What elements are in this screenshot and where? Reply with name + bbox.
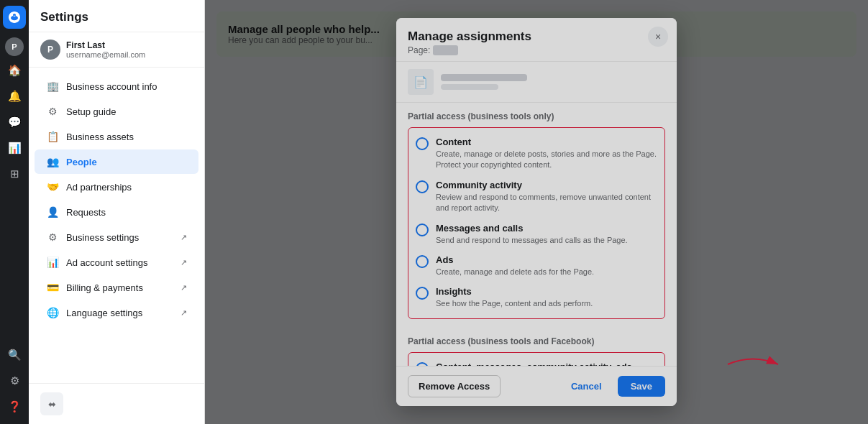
user-info: First Last username@email.com — [66, 40, 145, 59]
annotation-arrow — [724, 350, 782, 379]
grid-icon[interactable]: ⊞ — [3, 162, 26, 185]
radio-text-messages: Messages and calls Send and respond to m… — [436, 223, 657, 246]
sidebar-item-label: Language settings — [66, 308, 142, 318]
modal-close-button[interactable]: × — [648, 27, 668, 47]
sidebar-item-requests[interactable]: 👤 Requests — [35, 200, 198, 224]
radio-desc-community: Review and respond to comments, remove u… — [436, 192, 657, 214]
sidebar-item-people[interactable]: 👥 People — [35, 149, 198, 174]
home-icon[interactable]: 🏠 — [3, 59, 26, 82]
search-icon[interactable]: 🔍 — [3, 344, 26, 367]
chart-icon[interactable]: 📊 — [3, 137, 26, 160]
sidebar-item-label: Business assets — [66, 132, 134, 142]
sidebar-item-business-settings[interactable]: ⚙ Business settings ↗ — [35, 225, 198, 249]
sidebar-item-setup-guide[interactable]: ⚙ Setup guide — [35, 99, 198, 124]
modal-overlay: Manage assignments Page: × 📄 Partial acc… — [205, 0, 868, 424]
radio-circle-ads[interactable] — [416, 255, 429, 268]
radio-text-ads: Ads Create, manage and delete ads for th… — [436, 254, 657, 277]
sidebar-user: P First Last username@email.com — [29, 32, 204, 68]
business-icon: 🏢 — [46, 80, 59, 92]
billing-icon: 💳 — [46, 282, 59, 293]
page-icon: 📄 — [408, 69, 434, 95]
modal-footer: Remove Access Cancel Save — [396, 366, 677, 406]
user-email: username@email.com — [66, 50, 145, 59]
footer-right-buttons: Cancel Save — [561, 376, 665, 397]
radio-desc-messages: Send and respond to messages and calls a… — [436, 235, 657, 246]
sidebar-nav: 🏢 Business account info ⚙ Setup guide 📋 … — [29, 68, 204, 331]
meta-logo — [3, 6, 26, 29]
chat-icon[interactable]: 💬 — [3, 111, 26, 134]
settings-icon[interactable]: ⚙ — [3, 369, 26, 392]
radio-title-content: Content — [436, 137, 657, 147]
bell-icon[interactable]: 🔔 — [3, 85, 26, 108]
radio-content[interactable]: Content Create, manage or delete posts, … — [408, 132, 664, 175]
help-icon[interactable]: ❓ — [3, 395, 26, 418]
radio-circle-insights[interactable] — [416, 287, 429, 300]
radio-circle-messages[interactable] — [416, 223, 429, 236]
biz-settings-icon: ⚙ — [46, 231, 59, 243]
radio-messages[interactable]: Messages and calls Send and respond to m… — [408, 218, 664, 250]
arrow-annotation — [724, 350, 782, 381]
language-icon: 🌐 — [46, 307, 59, 318]
external-link-icon: ↗ — [181, 233, 187, 242]
page-name-bar — [441, 74, 527, 81]
page-subname-bar — [441, 84, 498, 90]
radio-insights[interactable]: Insights See how the Page, content and a… — [408, 282, 664, 313]
sidebar-item-billing[interactable]: 💳 Billing & payments ↗ — [35, 275, 198, 300]
radio-title-messages: Messages and calls — [436, 223, 657, 234]
sidebar-item-label: Setup guide — [66, 106, 116, 117]
sidebar-collapse-button[interactable]: ⬌ — [40, 392, 63, 415]
partial-access-label-1: Partial access (business tools only) — [408, 111, 665, 121]
partial-access-label-2: Partial access (business tools and Faceb… — [408, 336, 665, 346]
radio-text-insights: Insights See how the Page, content and a… — [436, 286, 657, 309]
partial-access-section-1: Partial access (business tools only) Con… — [396, 103, 677, 328]
page-name-text — [433, 45, 458, 55]
sidebar-item-business-assets[interactable]: 📋 Business assets — [35, 124, 198, 149]
external-link-icon: ↗ — [181, 283, 187, 292]
radio-desc-insights: See how the Page, content and ads perfor… — [436, 298, 657, 309]
radio-text-content: Content Create, manage or delete posts, … — [436, 137, 657, 171]
radio-circle-content[interactable] — [416, 137, 429, 150]
sidebar-item-label: Business settings — [66, 232, 139, 243]
radio-title-insights: Insights — [436, 286, 657, 297]
setup-icon: ⚙ — [46, 106, 59, 117]
radio-desc-ads: Create, manage and delete ads for the Pa… — [436, 267, 657, 277]
sidebar-item-label: Ad partnerships — [66, 182, 132, 193]
requests-icon: 👤 — [46, 206, 59, 218]
manage-assignments-modal: Manage assignments Page: × 📄 Partial acc… — [396, 18, 677, 406]
sidebar-item-label: Business account info — [66, 81, 157, 92]
external-link-icon: ↗ — [181, 308, 187, 318]
sidebar-item-label: Billing & payments — [66, 282, 143, 293]
sidebar-item-language-settings[interactable]: 🌐 Language settings ↗ — [35, 300, 198, 325]
user-avatar: P — [40, 40, 60, 60]
radio-circle-community[interactable] — [416, 180, 429, 193]
assets-icon: 📋 — [46, 131, 59, 142]
save-button[interactable]: Save — [618, 376, 665, 397]
modal-page-label: Page: — [408, 45, 665, 55]
sidebar-header: Settings — [29, 0, 204, 32]
sidebar-item-label: People — [66, 157, 97, 167]
people-icon: 👥 — [46, 156, 59, 167]
sidebar-item-ad-partnerships[interactable]: 🤝 Ad partnerships — [35, 175, 198, 199]
sidebar-bottom: ⬌ — [29, 383, 204, 424]
sidebar-title: Settings — [40, 10, 88, 24]
radio-ads[interactable]: Ads Create, manage and delete ads for th… — [408, 250, 664, 282]
sidebar-item-business-account-info[interactable]: 🏢 Business account info — [35, 74, 198, 98]
icon-bar: P 🏠 🔔 💬 📊 ⊞ 🔍 ⚙ ❓ — [0, 0, 29, 424]
modal-header: Manage assignments Page: × — [396, 18, 677, 62]
icon-bar-bottom: 🔍 ⚙ ❓ — [3, 344, 26, 418]
cancel-button[interactable]: Cancel — [561, 376, 612, 397]
external-link-icon: ↗ — [181, 258, 187, 267]
user-name: First Last — [66, 40, 145, 50]
radio-text-community: Community activity Review and respond to… — [436, 180, 657, 214]
partial-access-options-box-1: Content Create, manage or delete posts, … — [408, 127, 665, 319]
modal-page-row: 📄 — [396, 62, 677, 103]
remove-access-button[interactable]: Remove Access — [408, 375, 501, 397]
radio-desc-content: Create, manage or delete posts, stories … — [436, 149, 657, 171]
modal-title: Manage assignments — [408, 29, 665, 44]
radio-title-ads: Ads — [436, 254, 657, 265]
user-avatar-icon[interactable]: P — [5, 37, 24, 56]
main-content-area: Manage all people who help... Here you c… — [205, 0, 868, 424]
sidebar-item-label: Requests — [66, 207, 106, 218]
radio-community[interactable]: Community activity Review and respond to… — [408, 175, 664, 218]
sidebar-item-ad-account-settings[interactable]: 📊 Ad account settings ↗ — [35, 250, 198, 275]
